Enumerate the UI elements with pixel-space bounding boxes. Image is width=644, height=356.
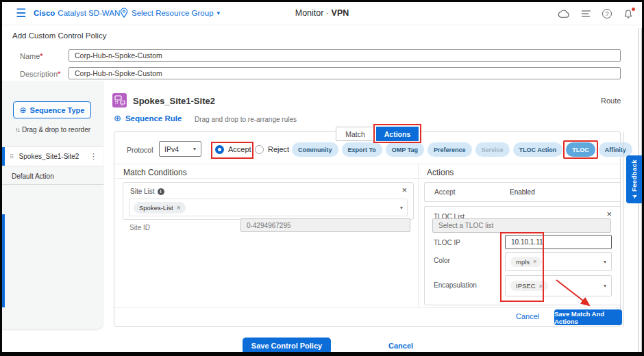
accept-key: Accept bbox=[434, 188, 456, 196]
color-selected-chip: mpls × bbox=[510, 257, 542, 267]
notification-badge bbox=[632, 8, 635, 11]
name-label: Name* bbox=[20, 52, 43, 60]
encapsulation-selected-chip: IPSEC × bbox=[510, 281, 548, 291]
plus-circle-icon: ⊕ bbox=[20, 105, 27, 115]
actions-title: Actions bbox=[427, 168, 454, 177]
chevron-down-icon: ▾ bbox=[400, 205, 403, 211]
site-list-selected-chip: Spokes-List × bbox=[134, 202, 186, 214]
site-list-label: Site List i bbox=[130, 188, 164, 195]
color-label: Color bbox=[434, 257, 450, 264]
card-divider bbox=[114, 164, 620, 164]
accept-radio[interactable] bbox=[215, 145, 224, 154]
chip-tloc[interactable]: TLOC bbox=[566, 142, 595, 157]
sidebar-item-sequence[interactable]: ⠿ Spokes_Site1-Site2 ⋮ bbox=[2, 147, 103, 166]
policy-cancel-button[interactable]: Cancel bbox=[388, 342, 413, 350]
help-icon[interactable]: ? bbox=[602, 9, 612, 18]
close-icon[interactable]: × bbox=[401, 186, 407, 194]
chip-affinity[interactable]: Affinity bbox=[599, 142, 632, 157]
name-field[interactable] bbox=[69, 49, 621, 62]
chip-omp-tag[interactable]: OMP Tag bbox=[386, 142, 424, 157]
save-control-policy-button[interactable]: Save Control Policy bbox=[243, 338, 331, 354]
action-chip-row: Community Export To OMP Tag Preference S… bbox=[292, 142, 632, 157]
site-list-panel: Site List i × Spokes-List × ▾ bbox=[123, 182, 414, 220]
column-title-divider bbox=[114, 178, 620, 179]
brand-primary: Cisco bbox=[34, 9, 55, 17]
chip-tloc-action[interactable]: TLOC Action bbox=[513, 142, 563, 157]
reorder-hint: ↑↓Drag & drop to reorder bbox=[2, 126, 103, 134]
context-vpn: VPN bbox=[332, 8, 349, 18]
accept-status-panel: Accept Enabled bbox=[424, 182, 621, 202]
tab-match[interactable]: Match bbox=[336, 127, 375, 141]
chip-export-to[interactable]: Export To bbox=[342, 142, 382, 157]
sequence-sidebar: ⊕ Sequence Type ↑↓Drag & drop to reorder… bbox=[2, 81, 103, 329]
chip-community[interactable]: Community bbox=[292, 142, 338, 157]
protocol-select[interactable]: IPv4 ▾ bbox=[159, 141, 201, 157]
close-icon[interactable]: × bbox=[606, 209, 612, 218]
route-label: Route bbox=[601, 97, 621, 105]
header-icon-group: ? bbox=[557, 2, 634, 25]
tab-actions[interactable]: Actions bbox=[376, 127, 419, 141]
reject-radio[interactable] bbox=[255, 145, 264, 154]
protocol-label: Protocol bbox=[127, 146, 153, 154]
encapsulation-select[interactable]: IPSEC × ▾ bbox=[505, 275, 612, 296]
site-id-label: Site ID bbox=[129, 224, 150, 231]
sequence-type-button[interactable]: ⊕ Sequence Type bbox=[13, 101, 91, 118]
kebab-menu-icon[interactable]: ⋮ bbox=[90, 152, 97, 161]
rule-footer-divider bbox=[114, 307, 620, 308]
accept-value: Enabled bbox=[510, 188, 535, 196]
tloc-list-select bbox=[432, 218, 611, 233]
sequence-title: Spokes_Site1-Site2 bbox=[133, 96, 215, 106]
active-indicator bbox=[2, 147, 5, 166]
resource-group-label: Select Resource Group bbox=[132, 9, 214, 17]
chip-remove-icon[interactable]: × bbox=[533, 258, 536, 265]
context-monitor: Monitor bbox=[295, 8, 324, 18]
page-title: Add Custom Control Policy bbox=[12, 31, 106, 40]
panel-scrollbar[interactable] bbox=[623, 131, 623, 327]
cloud-icon[interactable] bbox=[557, 9, 571, 18]
save-match-actions-button[interactable]: Save Match And Actions bbox=[554, 309, 622, 325]
sequence-item-label: Spokes_Site1-Site2 bbox=[19, 153, 90, 160]
rule-cancel-button[interactable]: Cancel bbox=[516, 312, 539, 320]
chevron-down-icon: ▾ bbox=[604, 283, 606, 289]
info-icon[interactable]: i bbox=[158, 188, 164, 195]
plus-circle-icon: ⊕ bbox=[114, 113, 121, 123]
site-id-field bbox=[240, 218, 410, 232]
chevron-down-icon: ▾ bbox=[604, 259, 606, 265]
chevron-down-icon: ▾ bbox=[217, 10, 221, 16]
reorder-arrows-icon: ↑↓ bbox=[15, 126, 19, 134]
task-list-icon[interactable] bbox=[582, 10, 591, 18]
location-pin-icon bbox=[120, 8, 128, 18]
feedback-tab[interactable]: Feedback bbox=[626, 155, 642, 203]
app-header: ☰ CiscoCatalyst SD-WAN Select Resource G… bbox=[2, 2, 642, 25]
color-select[interactable]: mpls × ▾ bbox=[505, 252, 612, 271]
brand-logo: CiscoCatalyst SD-WAN bbox=[34, 9, 120, 17]
cursor-icon bbox=[631, 193, 637, 199]
reject-radio-label[interactable]: Reject bbox=[268, 145, 289, 153]
app-window: ☰ CiscoCatalyst SD-WAN Select Resource G… bbox=[0, 0, 644, 356]
rearrange-hint: Drag and drop to re-arrange rules bbox=[195, 116, 297, 123]
default-action-item[interactable]: Default Action bbox=[12, 173, 54, 180]
sequence-type-icon bbox=[112, 93, 127, 110]
drag-handle-icon[interactable]: ⠿ bbox=[10, 153, 14, 160]
add-sequence-rule-button[interactable]: ⊕ Sequence Rule bbox=[114, 113, 182, 123]
sidebar-divider bbox=[2, 184, 103, 185]
tloc-ip-label: TLOC IP bbox=[434, 239, 460, 246]
description-field[interactable] bbox=[69, 67, 621, 79]
tloc-ip-field[interactable] bbox=[505, 235, 612, 249]
left-scrollbar-thumb[interactable] bbox=[2, 214, 5, 307]
chip-remove-icon[interactable]: × bbox=[177, 204, 181, 212]
chevron-down-icon: ▾ bbox=[193, 146, 196, 152]
accept-radio-label[interactable]: Accept bbox=[228, 145, 251, 153]
site-list-multiselect[interactable]: Spokes-List × ▾ bbox=[129, 199, 408, 216]
hamburger-menu-icon[interactable]: ☰ bbox=[16, 6, 26, 21]
match-conditions-title: Match Conditions bbox=[123, 168, 187, 177]
context-separator: · bbox=[326, 8, 329, 18]
column-divider bbox=[418, 164, 419, 307]
chip-remove-icon[interactable]: × bbox=[539, 283, 543, 290]
page-context-title: Monitor · VPN bbox=[295, 8, 349, 18]
brand-secondary: Catalyst SD-WAN bbox=[58, 9, 120, 17]
notifications-bell-icon[interactable] bbox=[623, 9, 634, 19]
description-label: Description* bbox=[20, 70, 60, 78]
chip-preference[interactable]: Preference bbox=[428, 142, 472, 157]
resource-group-dropdown[interactable]: Select Resource Group ▾ bbox=[120, 8, 220, 18]
